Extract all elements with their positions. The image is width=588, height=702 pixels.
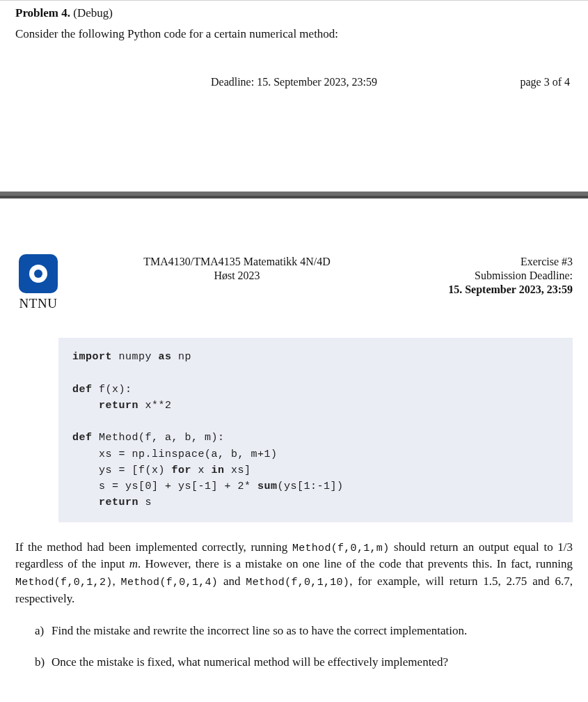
item-text: Once the mistake is fixed, what numerica… (51, 654, 448, 671)
top-separator (0, 0, 588, 1)
submission-deadline: 15. September 2023, 23:59 (413, 283, 573, 296)
logo-column: NTNU (15, 254, 61, 311)
course-code: TMA4130/TMA4135 Matematikk 4N/4D (71, 256, 403, 268)
footer-deadline: Deadline: 15. September 2023, 23:59 (129, 76, 459, 88)
code-inline: Method(f,0,1,m) (292, 543, 390, 554)
para-text: , (113, 575, 121, 588)
page-header: NTNU TMA4130/TMA4135 Matematikk 4N/4D Hø… (15, 254, 573, 311)
footer-page-number: page 3 of 4 (459, 76, 570, 88)
var-m: m (129, 557, 138, 570)
para-text: If the method had been implemented corre… (15, 540, 292, 554)
code-inline: Method(f,0,1,2) (15, 577, 113, 588)
problem-tag: (Debug) (70, 6, 113, 20)
item-marker: a) (35, 623, 51, 640)
page-2: NTNU TMA4130/TMA4135 Matematikk 4N/4D Hø… (0, 198, 588, 702)
header-exercise-info: Exercise #3 Submission Deadline: 15. Sep… (413, 254, 573, 297)
ntnu-logo-text: NTNU (19, 296, 58, 311)
course-term: Høst 2023 (71, 270, 403, 282)
sub-question-a: a) Find the mistake and rewrite the inco… (35, 623, 573, 640)
code-inline: Method(f,0,1,4) (121, 577, 218, 588)
page-break-bar (0, 192, 588, 198)
problem-label: Problem 4. (15, 6, 70, 20)
exercise-number: Exercise #3 (413, 256, 573, 268)
code-block: import numpy as np def f(x): return x**2… (58, 338, 573, 522)
sub-question-b: b) Once the mistake is fixed, what numer… (35, 654, 573, 671)
problem-description: If the method had been implemented corre… (15, 539, 573, 608)
page-1-footer: Deadline: 15. September 2023, 23:59 page… (15, 76, 573, 88)
problem-heading: Problem 4. (Debug) (15, 6, 573, 20)
submission-label: Submission Deadline: (413, 270, 573, 282)
item-marker: b) (35, 654, 51, 671)
sub-questions: a) Find the mistake and rewrite the inco… (15, 623, 573, 671)
para-text: and (218, 575, 246, 588)
problem-intro: Consider the following Python code for a… (15, 27, 573, 41)
page-1-fragment: Problem 4. (Debug) Consider the followin… (0, 6, 588, 101)
item-text: Find the mistake and rewrite the incorre… (51, 623, 467, 640)
ntnu-logo-icon (19, 254, 58, 293)
para-text: . However, there is a mistake on one lin… (138, 557, 573, 570)
code-inline: Method(f,0,1,10) (246, 577, 349, 588)
header-course-info: TMA4130/TMA4135 Matematikk 4N/4D Høst 20… (71, 254, 403, 282)
